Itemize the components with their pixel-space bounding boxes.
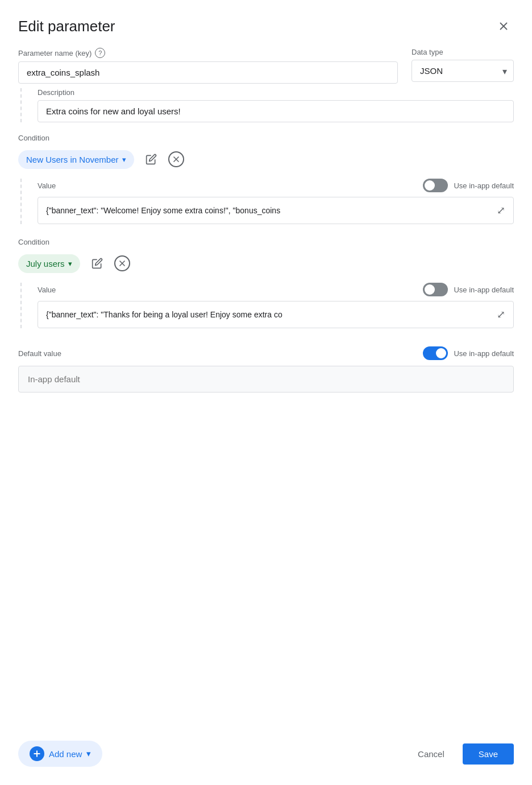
param-name-group: Parameter name (key) ? (18, 48, 398, 84)
description-label: Description (38, 88, 514, 97)
condition-2-toggle-row: Use in-app default (423, 283, 514, 296)
param-name-input[interactable] (18, 61, 398, 84)
condition-1-value-row: Value Use in-app default (38, 179, 514, 192)
condition-2-json-text: {"banner_text": "Thanks for being a loya… (46, 310, 492, 319)
default-value-label: Default value (18, 349, 61, 358)
condition-1-value-section: Value Use in-app default {"banner_text":… (20, 179, 514, 224)
data-type-select[interactable]: JSON String Boolean Number (412, 60, 514, 82)
plus-circle-icon (30, 746, 44, 761)
param-type-row: Parameter name (key) ? Data type JSON St… (18, 48, 514, 84)
condition-1-chip[interactable]: New Users in November ▾ (18, 150, 134, 169)
default-use-row: Use in-app default (423, 346, 514, 360)
condition-1-toggle[interactable] (423, 179, 448, 192)
condition-1-edit-btn[interactable] (141, 149, 161, 170)
condition-1-expand-icon[interactable]: ⤢ (497, 204, 505, 217)
x-icon (172, 155, 181, 164)
data-type-group: Data type JSON String Boolean Number (412, 48, 514, 82)
edit-parameter-dialog: Edit parameter Parameter name (key) ? Da… (0, 0, 532, 785)
condition-1-toggle-slider (423, 179, 448, 192)
dialog-footer: Add new ▾ Cancel Save (0, 729, 532, 785)
condition-2-value-input[interactable]: {"banner_text": "Thanks for being a loya… (38, 301, 514, 328)
default-toggle[interactable] (423, 346, 448, 360)
condition-2-toggle[interactable] (423, 283, 448, 296)
help-icon[interactable]: ? (95, 48, 105, 58)
condition-block-1: Condition New Users in November ▾ (18, 134, 514, 224)
condition-1-value-input[interactable]: {"banner_text": "Welcome! Enjoy some ext… (38, 197, 514, 224)
condition-2-remove-btn[interactable] (114, 255, 130, 271)
condition-2-chip-arrow: ▾ (68, 259, 72, 268)
condition-2-toggle-slider (423, 283, 448, 296)
condition-2-expand-icon[interactable]: ⤢ (497, 308, 505, 321)
condition-1-toggle-row: Use in-app default (423, 179, 514, 192)
description-input[interactable] (38, 100, 514, 122)
x-2-icon (118, 259, 127, 268)
description-section: Description (20, 88, 514, 122)
cancel-button[interactable]: Cancel (409, 743, 454, 765)
condition-2-label: Condition (18, 238, 514, 246)
condition-2-value-label: Value (38, 286, 56, 294)
condition-2-value-row: Value Use in-app default (38, 283, 514, 296)
dialog-body: Parameter name (key) ? Data type JSON St… (0, 48, 532, 729)
add-new-button[interactable]: Add new ▾ (18, 741, 102, 767)
condition-1-value-label: Value (38, 181, 56, 190)
condition-2-chip[interactable]: July users ▾ (18, 254, 80, 273)
dialog-header: Edit parameter (0, 0, 532, 48)
pencil-icon (146, 154, 157, 165)
default-value-section: Default value Use in-app default (18, 342, 514, 392)
save-button[interactable]: Save (463, 743, 514, 765)
default-toggle-slider (423, 346, 448, 360)
default-value-header: Default value Use in-app default (18, 346, 514, 360)
condition-1-use-default-label: Use in-app default (454, 181, 514, 190)
condition-2-use-default-label: Use in-app default (454, 286, 514, 294)
condition-1-json-text: {"banner_text": "Welcome! Enjoy some ext… (46, 206, 492, 215)
param-name-label: Parameter name (key) ? (18, 48, 398, 58)
condition-1-label: Condition (18, 134, 514, 142)
default-value-input[interactable] (18, 366, 514, 392)
condition-2-value-section: Value Use in-app default {"banner_text":… (20, 283, 514, 328)
condition-1-chip-arrow: ▾ (122, 155, 126, 164)
condition-1-row: New Users in November ▾ (18, 149, 514, 170)
default-use-default-label: Use in-app default (454, 349, 514, 358)
close-button[interactable] (493, 16, 514, 36)
condition-block-2: Condition July users ▾ (18, 238, 514, 328)
data-type-label: Data type (412, 48, 514, 56)
data-type-select-wrapper: JSON String Boolean Number (412, 60, 514, 82)
plus-icon (32, 749, 41, 758)
condition-2-row: July users ▾ (18, 253, 514, 274)
dialog-title: Edit parameter (18, 18, 115, 35)
add-new-arrow: ▾ (86, 749, 91, 759)
condition-1-remove-btn[interactable] (168, 151, 184, 167)
condition-2-edit-btn[interactable] (87, 253, 107, 274)
footer-actions: Cancel Save (409, 743, 514, 765)
pencil-2-icon (92, 258, 103, 269)
